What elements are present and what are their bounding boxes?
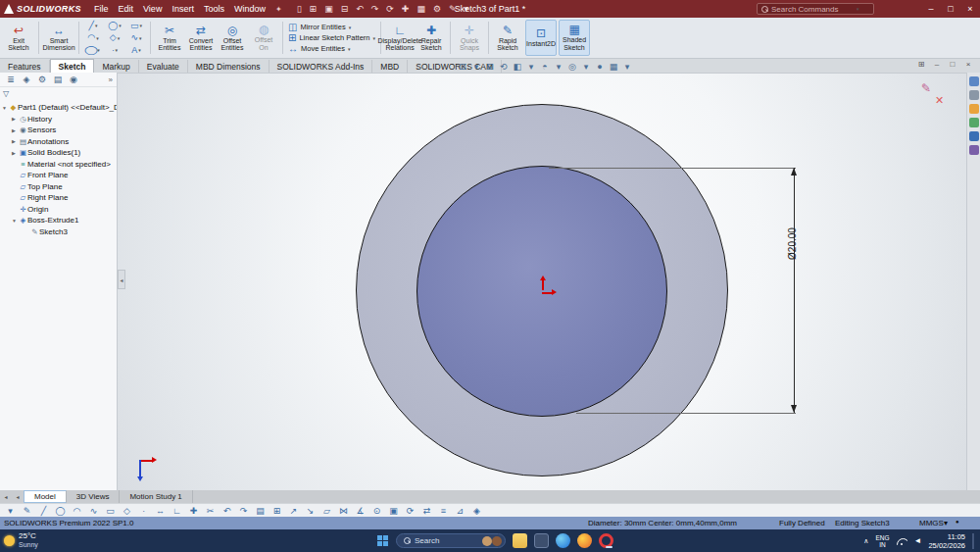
taskbar-search[interactable]: Search (396, 533, 506, 548)
headsup-icon[interactable]: ▾ (552, 62, 565, 72)
ribbon-row-button[interactable]: ⊞ Linear Sketch Pattern ▾ (286, 33, 377, 43)
dimension-line[interactable] (794, 168, 795, 413)
document-window-control-icon[interactable]: ⊞ (913, 60, 929, 69)
smart-dimension-button[interactable]: ↔ Smart Dimension (42, 20, 75, 56)
dropdown-icon[interactable]: ▾ (140, 23, 143, 28)
tree-item[interactable]: ✎ Sketch3 (0, 226, 117, 238)
diameter-dimension-label[interactable]: Ø20.00 (787, 217, 798, 272)
speaker-icon[interactable]: ◄ (914, 536, 922, 545)
dropdown-icon[interactable]: ▾ (139, 35, 142, 41)
dropdown-icon[interactable]: ▾ (96, 35, 99, 41)
quick-access-icon[interactable]: ▦ (413, 4, 429, 14)
snap-tool-icon[interactable]: ▾ (2, 506, 19, 516)
dropdown-icon[interactable]: ▾ (373, 35, 376, 41)
expand-arrow-icon[interactable]: ▼ (12, 218, 19, 224)
start-button[interactable] (377, 535, 389, 547)
headsup-icon[interactable]: ⊡ (456, 62, 469, 72)
panel-tab-icon[interactable]: ◈ (19, 75, 34, 84)
sketch-entity-button[interactable]: ∿ ▾ (125, 31, 147, 44)
commandmanager-tab[interactable]: MBD Dimensions (188, 60, 270, 73)
graphics-viewport[interactable]: Ø20.00 ✎ ✕ ◂ (118, 73, 966, 490)
snap-tool-icon[interactable]: ⊿ (452, 506, 468, 516)
snap-tool-icon[interactable]: ∡ (352, 506, 368, 516)
language-indicator[interactable]: ENG IN (875, 534, 889, 548)
ribbon-button[interactable]: ✎ Rapid Sketch (492, 20, 523, 56)
ribbon-button[interactable]: ∟ Display/Delete Relations (384, 20, 416, 56)
tree-item[interactable]: ▱ Top Plane (0, 181, 117, 193)
headsup-icon[interactable]: ◓ (538, 62, 552, 72)
tree-item[interactable]: ≡ Material <not specified> (0, 159, 117, 171)
snap-tool-icon[interactable]: ▣ (385, 506, 402, 516)
dropdown-icon[interactable]: ▾ (116, 47, 119, 53)
task-pane-icon[interactable] (969, 118, 979, 127)
panel-tab-icon[interactable]: ▤ (50, 75, 66, 84)
ribbon-button[interactable]: ◎ Offset Entities (217, 20, 248, 56)
quick-access-icon[interactable]: ▣ (320, 4, 337, 14)
dropdown-icon[interactable]: ▾ (95, 23, 98, 28)
task-pane-icon[interactable] (969, 145, 979, 155)
snap-tool-icon[interactable]: ✂ (202, 506, 219, 516)
quick-access-icon[interactable]: ↶ (352, 4, 368, 14)
task-pane-icon[interactable] (969, 131, 979, 141)
menu-item[interactable]: Tools (199, 4, 229, 14)
expand-arrow-icon[interactable]: ▼ (2, 105, 9, 111)
menu-item[interactable]: Window (229, 4, 270, 14)
model-tab[interactable]: Motion Study 1 (120, 490, 192, 503)
snap-tool-icon[interactable]: ◯ (52, 506, 69, 516)
expand-arrow-icon[interactable]: ▶ (12, 150, 19, 156)
snap-tool-icon[interactable]: ▭ (102, 506, 119, 516)
quick-access-icon[interactable]: ✚ (398, 4, 414, 14)
headsup-icon[interactable]: ▦ (607, 62, 620, 72)
menu-item[interactable]: View (138, 4, 167, 14)
sketch-entity-button[interactable]: ╱ ▾ (82, 20, 104, 32)
model-tab[interactable]: 3D Views (67, 490, 121, 503)
snap-tool-icon[interactable]: ▱ (318, 506, 335, 516)
quick-access-icon[interactable]: ⊟ (337, 4, 353, 14)
commandmanager-tab[interactable]: SOLIDWORKS Add-Ins (270, 60, 373, 73)
snap-tool-icon[interactable]: ▤ (252, 506, 269, 516)
pin-icon[interactable]: ✦ (270, 5, 287, 14)
commandmanager-tab[interactable]: Evaluate (139, 60, 188, 73)
ribbon-button[interactable]: ⊡ Instant2D (525, 20, 557, 56)
tree-item[interactable]: ▶ ▣ Solid Bodies(1) (0, 147, 117, 159)
snap-tool-icon[interactable]: ↗ (285, 506, 302, 516)
tree-item[interactable]: ▱ Front Plane (0, 170, 117, 181)
wifi-icon[interactable] (897, 537, 907, 545)
command-search[interactable]: ▾ (757, 3, 874, 15)
tab-scroll-left-icon[interactable]: ◂ (0, 490, 12, 503)
tree-item[interactable]: ▶ ◉ Sensors (0, 125, 117, 136)
panel-collapse-handle[interactable]: ◂ (118, 270, 125, 289)
headsup-icon[interactable]: ▾ (620, 62, 634, 72)
tree-item[interactable]: ▱ Right Plane (0, 192, 117, 204)
ribbon-button[interactable]: ✂ Trim Entities (154, 20, 185, 56)
commandmanager-tab[interactable]: MBD (372, 60, 408, 73)
snap-tool-icon[interactable]: ✎ (19, 506, 35, 516)
quick-access-icon[interactable]: ⊞ (306, 4, 321, 14)
expand-arrow-icon[interactable]: ▶ (12, 127, 19, 133)
maximize-button[interactable]: □ (941, 0, 960, 18)
dropdown-icon[interactable]: ▾ (119, 23, 122, 28)
snap-tool-icon[interactable]: ◠ (69, 506, 85, 516)
document-window-control-icon[interactable]: □ (945, 60, 960, 69)
panel-tab-icon[interactable]: ≣ (3, 75, 19, 84)
snap-tool-icon[interactable]: ╱ (35, 506, 52, 516)
sketch-entity-button[interactable]: A ▾ (125, 44, 147, 57)
ribbon-button[interactable]: ▦ Shaded Sketch Contours (559, 20, 590, 56)
headsup-icon[interactable]: ◧ (511, 62, 524, 72)
ribbon-row-button[interactable]: ↔ Move Entities ▾ (286, 44, 377, 54)
ribbon-button[interactable]: ✚ Repair Sketch (416, 20, 447, 56)
dropdown-icon[interactable]: ▾ (118, 35, 121, 41)
task-pane-icon[interactable] (969, 104, 979, 114)
expand-arrow-icon[interactable]: ▶ (12, 138, 19, 144)
document-window-control-icon[interactable]: – (929, 60, 945, 69)
tree-item[interactable]: ✛ Origin (0, 204, 117, 216)
tab-scroll-left2-icon[interactable]: ◂ (12, 490, 24, 503)
headsup-icon[interactable]: ⊞ (483, 62, 497, 72)
quick-access-icon[interactable]: ▯ (293, 4, 306, 14)
snap-tool-icon[interactable]: ↘ (302, 506, 318, 516)
sketch-origin-marker[interactable] (532, 278, 554, 300)
commandmanager-tab[interactable]: Markup (94, 60, 138, 73)
ribbon-button[interactable]: ✛ Quick Snaps (454, 20, 485, 56)
exit-sketch-button[interactable]: ↩ Exit Sketch (2, 20, 35, 56)
confirm-exit-sketch-icon[interactable]: ✎ (921, 81, 931, 95)
